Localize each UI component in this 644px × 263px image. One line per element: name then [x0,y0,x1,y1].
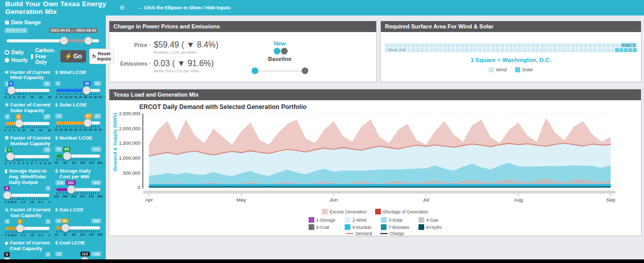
radio-hourly[interactable]: Hourly [5,57,28,63]
tick-label: 28 [65,128,68,131]
svg-text:2,500,000: 2,500,000 [119,111,140,116]
slider-max-chip: 200 [91,219,101,224]
svg-text:1,000,000: 1,000,000 [119,156,140,161]
legend-marker [345,217,350,223]
slider-max-chip: 200 [91,147,101,152]
new-label: New [251,40,308,47]
slider-track-gas-capacity[interactable] [6,227,50,230]
legend-label: 1-Storage [316,218,335,223]
tick-label: 200 [98,161,103,164]
emissions-row: Emissions · 0.03 ( ▼ 91.6%) Metric Tons … [117,59,218,73]
run-controls: Daily Hourly Carbon-Free Only ⚡ Go ↻ Res… [5,48,101,66]
tick-label: 1 [9,162,11,165]
checkbox-icon[interactable] [31,54,34,59]
price-baseline-dot [281,48,288,55]
slider-handle-storage-cost[interactable] [67,185,75,194]
surface-square [589,48,593,52]
legend-item-5-coal: 5-Coal [309,224,335,230]
go-button[interactable]: ⚡ Go [60,50,86,63]
surface-panel-header: Required Surface Area For Wind & Solar [381,21,641,32]
tick-label: 92 [72,161,76,164]
legend-marker [345,224,350,230]
slider-min-chip: 15 [55,252,62,257]
date-range-slider[interactable] [7,39,99,42]
legend-label: Charge [390,231,404,236]
carbon-free-checkbox[interactable]: Carbon-Free Only [31,48,57,66]
slider-track-nuclear-lcoe[interactable] [56,154,100,158]
dollar-icon: $ [55,102,58,107]
slider-handle-storage-ratio[interactable] [3,191,11,199]
slider-label-text: Factor of Current Solar Capacity [10,102,51,114]
reset-inputs-button[interactable]: ↻ Reset Inputs [89,49,115,64]
tick-label: 24 [39,96,43,99]
surface-legend-item: Solar [515,67,533,72]
slider-min-chip: 24 [55,114,62,119]
tick-label: 29 [74,96,77,99]
slider-max-chip: 2 [45,252,51,257]
slider-label-storage-ratio: ▮Storage Ratio to Avg. Wind/Solar Daily … [5,168,51,185]
slider-gas-lcoe: $Gas LCOE1050200104886124162200 [55,207,101,238]
surface-square [460,48,464,52]
ercot-demand-chart[interactable]: 0500,0001,000,0001,500,0002,000,0002,500… [112,111,638,208]
hamburger-menu-icon[interactable]: ≡ [120,3,124,12]
slider-track-storage-cost[interactable] [56,188,100,191]
slider-handle-nuclear-capacity[interactable] [6,152,14,161]
radio-hourly-icon[interactable] [5,58,9,63]
slider-track-wind-lcoe[interactable] [56,89,100,92]
radio-daily-icon[interactable] [5,50,9,55]
legend-item-1-storage: 1-Storage [309,217,335,223]
tick-label: 12 [22,96,25,99]
surface-square [567,43,571,48]
slider-track-wind-capacity[interactable] [6,89,50,92]
slider-track-storage-ratio[interactable] [6,194,50,197]
slider-handle-nuclear-lcoe[interactable] [63,152,71,160]
slider-min-chip: 0 [5,114,10,119]
surface-square [567,48,571,52]
surface-square [398,43,403,48]
legend-marker [322,209,328,214]
y-axis-title: Demand & Supply (MWh) [112,134,118,172]
slider-handle-solar-capacity[interactable] [15,119,23,128]
legend-excess-shortage: Excess GenerationShortage of Generation [112,209,638,214]
slider-min-chip: 9 [55,81,60,86]
surface-square [598,48,602,52]
slider-handle-solar-lcoe[interactable] [84,119,92,127]
surface-square [606,48,610,52]
radiation-icon: ☢ [5,135,9,141]
slider-value-chip: 65 [63,147,70,152]
surface-square [558,48,562,52]
slider-label-text: Factor of Current Gas Capacity [10,207,51,219]
slider-handle-wind-lcoe[interactable] [83,86,91,95]
tick-label: 20 [55,161,58,164]
date-range-handle-to[interactable] [84,37,92,45]
tick-label: 124 [80,233,85,236]
sun-icon: ☀ [5,102,9,107]
surface-square [571,48,575,52]
slider-value-chip: 0 [4,186,9,191]
legend-item-excess-generation: Excess Generation [322,209,367,214]
slider-track-solar-capacity[interactable] [6,122,50,125]
date-range-min: 2020-01-01 [5,28,27,33]
slider-track-nuclear-capacity[interactable] [6,155,50,158]
radio-daily[interactable]: Daily [5,50,28,55]
surface-square [540,48,544,52]
svg-text:May: May [236,197,246,203]
surface-square [491,48,495,52]
tick-label: 34 [79,96,83,99]
price-panel-header: Change in Power Prices and Emissions [109,21,376,32]
slider-handle-gas-lcoe[interactable] [61,224,70,232]
surface-square [536,48,540,52]
surface-square [464,48,469,52]
tick-label: 2 [13,162,15,165]
price-row: Price · $59.49 ( ▼ 8.4%) Portfolio LCOE … [117,40,218,55]
slider-track-solar-lcoe[interactable] [56,121,100,125]
slider-handle-wind-capacity[interactable] [7,86,15,95]
surface-square [544,43,549,48]
tick-label: 300 [98,195,103,198]
surface-square [425,48,429,52]
date-range-handle-from[interactable] [60,37,68,45]
slider-track-gas-lcoe[interactable] [56,226,100,229]
slider-handle-gas-capacity[interactable] [16,224,24,233]
slider-label-gas-lcoe: $Gas LCOE [55,207,101,218]
legend-swatch [515,67,520,72]
